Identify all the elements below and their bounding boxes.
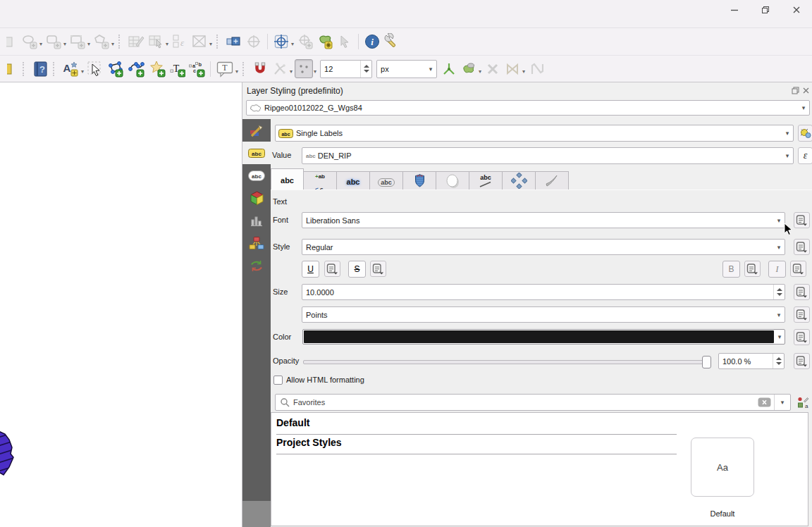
dropdown-arrow-icon[interactable]: ▾ [63, 42, 66, 47]
wrench-button[interactable] [383, 32, 401, 51]
marker-annotation-button[interactable] [148, 59, 166, 78]
opacity-spinbox[interactable]: 100.0 % [718, 353, 785, 369]
dropdown-arrow-icon[interactable]: ▾ [479, 69, 481, 75]
merge-features-button: ε [171, 32, 189, 51]
sidebar-item-history[interactable] [242, 254, 271, 277]
clear-search-button[interactable] [758, 397, 771, 407]
automated-placement-settings-button[interactable] [798, 125, 812, 142]
data-defined-override-icon [796, 331, 808, 343]
close-panel-button[interactable] [801, 86, 811, 95]
spinbox-arrows[interactable] [773, 354, 784, 368]
dropdown-arrow-icon[interactable]: ▾ [314, 69, 316, 75]
data-defined-override-button[interactable] [790, 261, 806, 277]
sidebar-item-masks[interactable]: abc [242, 164, 271, 187]
form-annotation-button[interactable]: T [215, 59, 235, 78]
allow-html-checkbox[interactable] [273, 376, 283, 385]
tab-text[interactable]: abc [271, 168, 304, 190]
data-defined-override-button[interactable] [794, 239, 810, 255]
trace-blob-button[interactable] [316, 32, 334, 51]
tab-formatting[interactable]: +ab< c [304, 171, 337, 190]
data-defined-override-button[interactable] [794, 353, 810, 369]
opacity-slider-track[interactable] [303, 360, 710, 364]
dropdown-arrow-icon[interactable]: ▾ [39, 42, 42, 47]
data-defined-override-button[interactable] [794, 306, 810, 323]
snap-tolerance-spinbox[interactable]: 12 [320, 60, 372, 78]
sidebar-item-attributes[interactable] [242, 232, 271, 254]
opacity-slider-handle[interactable] [702, 356, 711, 368]
data-defined-override-icon [796, 309, 808, 321]
text-color-button[interactable]: ▾ [302, 329, 785, 345]
map-canvas[interactable] [0, 82, 242, 527]
size-spinbox[interactable]: 10.0000 [302, 284, 785, 300]
style-manager-button[interactable]: a [795, 395, 811, 410]
bold-button[interactable]: B [722, 261, 740, 278]
chevron-down-icon[interactable]: ▾ [775, 330, 785, 344]
dropdown-arrow-icon[interactable]: ▾ [235, 69, 238, 75]
tab-shadow[interactable] [436, 171, 469, 190]
tab-callouts[interactable]: abc [469, 171, 503, 190]
data-defined-override-button[interactable] [370, 261, 386, 277]
dropdown-arrow-icon[interactable]: ▾ [522, 69, 525, 75]
strikeout-button[interactable]: S [348, 261, 366, 278]
snap-units-combobox[interactable]: px▾ [376, 60, 437, 78]
annotation-title-button[interactable]: A [61, 59, 80, 78]
style-combobox[interactable]: Regular ▾ [302, 239, 785, 255]
value-field-combobox[interactable]: abc DEN_RIP ▾ [302, 147, 794, 164]
html-annotation-button[interactable]: abc [187, 59, 206, 78]
spinbox-arrows[interactable] [773, 285, 785, 299]
help-book-button[interactable]: ? [31, 59, 49, 78]
style-card-default[interactable]: Aa [691, 438, 754, 497]
add-target-icon [297, 34, 314, 49]
edge-clipped2-button[interactable] [1, 59, 19, 78]
sidebar-item-symbology[interactable] [242, 119, 271, 142]
tab-placement[interactable] [503, 171, 536, 190]
sidebar-item-labels[interactable]: abc [242, 142, 271, 164]
tab-rendering[interactable] [536, 171, 569, 190]
dropdown-arrow-icon[interactable]: ▾ [291, 42, 294, 47]
label-mode-combobox[interactable]: abc Single Labels ▾ [275, 125, 794, 142]
text-annotation-button[interactable]: T [168, 59, 186, 78]
sidebar-item-diagrams[interactable] [242, 209, 271, 232]
dropdown-arrow-icon[interactable]: ▾ [290, 69, 293, 75]
close-button[interactable] [781, 0, 812, 20]
restore-button[interactable] [750, 0, 781, 20]
font-combobox[interactable]: Liberation Sans ▾ [302, 212, 785, 228]
tab-mask[interactable]: abc [370, 171, 403, 190]
size-units-combobox[interactable]: Points ▾ [302, 306, 785, 323]
info-button[interactable]: i [363, 32, 381, 51]
tab-background[interactable] [403, 171, 436, 190]
minimize-button[interactable] [719, 0, 750, 20]
underline-button[interactable]: U [302, 261, 319, 278]
tab-buffer[interactable]: abc [337, 171, 370, 190]
dropdown-arrow-icon[interactable]: ▾ [111, 42, 114, 47]
polygon-annotation-button[interactable] [106, 59, 125, 78]
chevron-down-icon[interactable]: ▾ [774, 395, 790, 410]
data-defined-override-button[interactable] [794, 329, 810, 345]
search-input[interactable] [293, 398, 758, 407]
dropdown-arrow-icon[interactable]: ▾ [81, 69, 84, 75]
dropdown-arrow-icon[interactable]: ▾ [87, 42, 90, 47]
data-defined-override-button[interactable] [794, 284, 810, 300]
snap-vertex-button[interactable] [295, 59, 313, 78]
line-annotation-button[interactable] [127, 59, 147, 78]
dropdown-arrow-icon[interactable]: ▾ [209, 42, 212, 47]
sidebar-item-3d-view[interactable] [242, 187, 271, 209]
snapping-magnet-button[interactable] [251, 59, 269, 78]
data-defined-override-button[interactable] [324, 261, 340, 277]
expression-builder-button[interactable]: ε [798, 147, 812, 164]
select-annotation-button[interactable] [86, 59, 104, 78]
svg-text:T: T [222, 63, 228, 73]
toolbar-advanced-digitizing: ▾▾▾▾▾ε▾▾i [0, 28, 812, 56]
gps-target-button[interactable] [272, 32, 290, 51]
style-search-box[interactable]: ▾ [275, 394, 791, 411]
data-defined-override-button[interactable] [744, 261, 761, 277]
float-panel-button[interactable] [791, 86, 800, 95]
data-defined-override-button[interactable] [794, 212, 810, 228]
move-feature-button[interactable] [225, 32, 243, 51]
dropdown-arrow-icon[interactable]: ▾ [166, 42, 168, 47]
layer-selector-combobox[interactable]: Ripgeo01012022_G_Wgs84 ▾ [246, 100, 810, 116]
topology-button[interactable] [440, 59, 458, 78]
snap-intersection-button[interactable] [460, 59, 478, 78]
data-defined-override-icon [792, 263, 804, 275]
italic-button[interactable]: I [768, 261, 786, 278]
